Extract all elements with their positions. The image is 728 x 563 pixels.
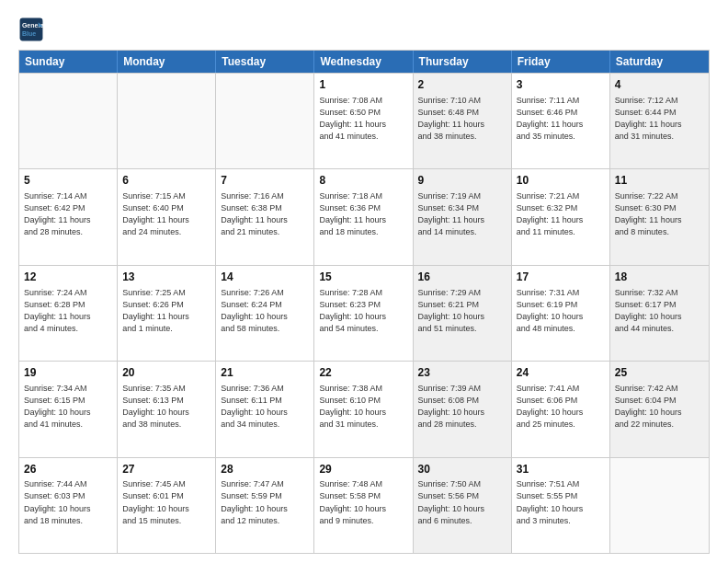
calendar-cell xyxy=(118,74,216,168)
calendar-cell: 3Sunrise: 7:11 AM Sunset: 6:46 PM Daylig… xyxy=(512,74,610,168)
calendar-cell: 2Sunrise: 7:10 AM Sunset: 6:48 PM Daylig… xyxy=(414,74,512,168)
calendar-cell: 7Sunrise: 7:16 AM Sunset: 6:38 PM Daylig… xyxy=(216,169,314,264)
cell-info: Sunrise: 7:44 AM Sunset: 6:03 PM Dayligh… xyxy=(24,478,112,526)
calendar-cell xyxy=(19,74,118,168)
cell-info: Sunrise: 7:16 AM Sunset: 6:38 PM Dayligh… xyxy=(221,190,309,238)
cell-info: Sunrise: 7:18 AM Sunset: 6:36 PM Dayligh… xyxy=(319,190,407,238)
cell-info: Sunrise: 7:45 AM Sunset: 6:01 PM Dayligh… xyxy=(122,478,210,526)
cell-info: Sunrise: 7:34 AM Sunset: 6:15 PM Dayligh… xyxy=(24,383,112,431)
calendar-cell: 8Sunrise: 7:18 AM Sunset: 6:36 PM Daylig… xyxy=(314,169,413,264)
calendar-cell: 24Sunrise: 7:41 AM Sunset: 6:06 PM Dayli… xyxy=(512,362,610,456)
calendar-cell: 11Sunrise: 7:22 AM Sunset: 6:30 PM Dayli… xyxy=(610,169,709,264)
calendar-cell: 10Sunrise: 7:21 AM Sunset: 6:32 PM Dayli… xyxy=(512,169,610,264)
calendar-week-4: 19Sunrise: 7:34 AM Sunset: 6:15 PM Dayli… xyxy=(19,361,709,456)
cell-info: Sunrise: 7:47 AM Sunset: 5:59 PM Dayligh… xyxy=(221,478,309,526)
day-number: 23 xyxy=(418,365,506,381)
day-number: 26 xyxy=(24,462,112,477)
cell-info: Sunrise: 7:32 AM Sunset: 6:17 PM Dayligh… xyxy=(615,287,704,335)
calendar-cell: 26Sunrise: 7:44 AM Sunset: 6:03 PM Dayli… xyxy=(19,458,118,553)
day-number: 3 xyxy=(517,77,605,93)
cell-info: Sunrise: 7:15 AM Sunset: 6:40 PM Dayligh… xyxy=(122,190,210,238)
cell-info: Sunrise: 7:31 AM Sunset: 6:19 PM Dayligh… xyxy=(517,287,605,335)
calendar: SundayMondayTuesdayWednesdayThursdayFrid… xyxy=(18,50,710,554)
day-number: 13 xyxy=(122,270,210,285)
calendar-cell: 27Sunrise: 7:45 AM Sunset: 6:01 PM Dayli… xyxy=(118,458,216,553)
day-number: 30 xyxy=(418,462,506,477)
cell-info: Sunrise: 7:38 AM Sunset: 6:10 PM Dayligh… xyxy=(319,383,407,431)
cell-info: Sunrise: 7:21 AM Sunset: 6:32 PM Dayligh… xyxy=(517,190,605,238)
day-number: 10 xyxy=(517,173,605,189)
cell-info: Sunrise: 7:25 AM Sunset: 6:26 PM Dayligh… xyxy=(122,287,210,335)
calendar-cell: 19Sunrise: 7:34 AM Sunset: 6:15 PM Dayli… xyxy=(19,362,118,456)
day-number: 31 xyxy=(517,462,605,477)
day-number: 21 xyxy=(221,365,309,381)
day-number: 25 xyxy=(615,365,704,381)
calendar-cell: 6Sunrise: 7:15 AM Sunset: 6:40 PM Daylig… xyxy=(118,169,216,264)
calendar-week-1: 1Sunrise: 7:08 AM Sunset: 6:50 PM Daylig… xyxy=(19,73,709,168)
day-number: 16 xyxy=(418,270,506,285)
calendar-cell: 17Sunrise: 7:31 AM Sunset: 6:19 PM Dayli… xyxy=(512,266,610,361)
header-day-sunday: Sunday xyxy=(19,51,118,73)
calendar-week-3: 12Sunrise: 7:24 AM Sunset: 6:28 PM Dayli… xyxy=(19,265,709,361)
day-number: 20 xyxy=(122,365,210,381)
day-number: 18 xyxy=(615,270,704,285)
header-day-saturday: Saturday xyxy=(610,51,709,73)
calendar-cell: 30Sunrise: 7:50 AM Sunset: 5:56 PM Dayli… xyxy=(414,458,512,553)
calendar-cell: 4Sunrise: 7:12 AM Sunset: 6:44 PM Daylig… xyxy=(610,74,709,168)
cell-info: Sunrise: 7:48 AM Sunset: 5:58 PM Dayligh… xyxy=(319,478,407,526)
cell-info: Sunrise: 7:14 AM Sunset: 6:42 PM Dayligh… xyxy=(24,190,112,238)
day-number: 11 xyxy=(615,173,704,189)
cell-info: Sunrise: 7:51 AM Sunset: 5:55 PM Dayligh… xyxy=(517,478,605,526)
cell-info: Sunrise: 7:50 AM Sunset: 5:56 PM Dayligh… xyxy=(418,478,506,526)
cell-info: Sunrise: 7:36 AM Sunset: 6:11 PM Dayligh… xyxy=(221,383,309,431)
cell-info: Sunrise: 7:10 AM Sunset: 6:48 PM Dayligh… xyxy=(418,95,506,143)
cell-info: Sunrise: 7:12 AM Sunset: 6:44 PM Dayligh… xyxy=(615,95,704,143)
day-number: 15 xyxy=(319,270,407,285)
day-number: 12 xyxy=(24,270,112,285)
cell-info: Sunrise: 7:11 AM Sunset: 6:46 PM Dayligh… xyxy=(517,95,605,143)
day-number: 4 xyxy=(615,77,704,93)
logo-icon: General Blue xyxy=(18,17,44,42)
header-day-tuesday: Tuesday xyxy=(216,51,314,73)
day-number: 29 xyxy=(319,462,407,477)
calendar-cell: 1Sunrise: 7:08 AM Sunset: 6:50 PM Daylig… xyxy=(314,74,413,168)
day-number: 27 xyxy=(122,462,210,477)
day-number: 1 xyxy=(319,77,407,93)
calendar-cell: 28Sunrise: 7:47 AM Sunset: 5:59 PM Dayli… xyxy=(216,458,314,553)
day-number: 17 xyxy=(517,270,605,285)
svg-rect-0 xyxy=(20,18,43,41)
calendar-cell: 15Sunrise: 7:28 AM Sunset: 6:23 PM Dayli… xyxy=(314,266,413,361)
cell-info: Sunrise: 7:19 AM Sunset: 6:34 PM Dayligh… xyxy=(418,190,506,238)
page: General Blue SundayMondayTuesdayWednesda… xyxy=(0,0,728,563)
calendar-body: 1Sunrise: 7:08 AM Sunset: 6:50 PM Daylig… xyxy=(19,73,709,553)
calendar-cell: 29Sunrise: 7:48 AM Sunset: 5:58 PM Dayli… xyxy=(314,458,413,553)
cell-info: Sunrise: 7:28 AM Sunset: 6:23 PM Dayligh… xyxy=(319,287,407,335)
calendar-header: SundayMondayTuesdayWednesdayThursdayFrid… xyxy=(19,51,709,73)
calendar-cell: 21Sunrise: 7:36 AM Sunset: 6:11 PM Dayli… xyxy=(216,362,314,456)
calendar-cell: 12Sunrise: 7:24 AM Sunset: 6:28 PM Dayli… xyxy=(19,266,118,361)
calendar-cell: 9Sunrise: 7:19 AM Sunset: 6:34 PM Daylig… xyxy=(414,169,512,264)
calendar-cell: 5Sunrise: 7:14 AM Sunset: 6:42 PM Daylig… xyxy=(19,169,118,264)
header-day-monday: Monday xyxy=(118,51,216,73)
logo: General Blue xyxy=(18,17,48,42)
calendar-cell: 16Sunrise: 7:29 AM Sunset: 6:21 PM Dayli… xyxy=(414,266,512,361)
header-day-thursday: Thursday xyxy=(414,51,512,73)
header-day-wednesday: Wednesday xyxy=(314,51,413,73)
day-number: 2 xyxy=(418,77,506,93)
day-number: 19 xyxy=(24,365,112,381)
calendar-cell: 20Sunrise: 7:35 AM Sunset: 6:13 PM Dayli… xyxy=(118,362,216,456)
calendar-cell: 22Sunrise: 7:38 AM Sunset: 6:10 PM Dayli… xyxy=(314,362,413,456)
calendar-cell xyxy=(216,74,314,168)
cell-info: Sunrise: 7:35 AM Sunset: 6:13 PM Dayligh… xyxy=(122,383,210,431)
calendar-cell: 18Sunrise: 7:32 AM Sunset: 6:17 PM Dayli… xyxy=(610,266,709,361)
cell-info: Sunrise: 7:39 AM Sunset: 6:08 PM Dayligh… xyxy=(418,383,506,431)
day-number: 8 xyxy=(319,173,407,189)
header: General Blue xyxy=(18,17,710,42)
day-number: 6 xyxy=(122,173,210,189)
day-number: 28 xyxy=(221,462,309,477)
day-number: 22 xyxy=(319,365,407,381)
calendar-week-5: 26Sunrise: 7:44 AM Sunset: 6:03 PM Dayli… xyxy=(19,457,709,553)
day-number: 5 xyxy=(24,173,112,189)
cell-info: Sunrise: 7:08 AM Sunset: 6:50 PM Dayligh… xyxy=(319,95,407,143)
day-number: 24 xyxy=(517,365,605,381)
